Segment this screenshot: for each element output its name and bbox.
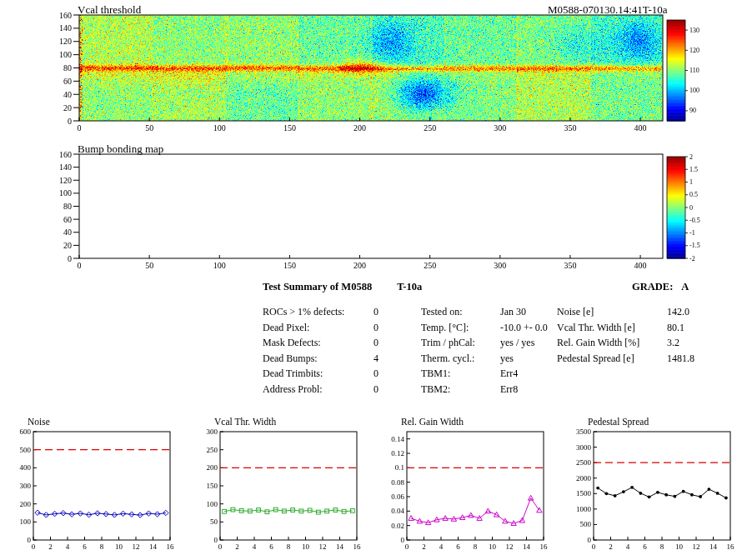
svg-text:1000: 1000	[576, 505, 592, 513]
summary-row-value: yes / yes	[500, 337, 534, 348]
summary-row-label: Noise [e]	[557, 304, 667, 320]
summary-title: Test Summary of M0588	[263, 281, 372, 292]
summary-row: Address Probl:0	[263, 382, 379, 398]
svg-text:500: 500	[20, 446, 32, 454]
vcal-thr-width-plot-title: Vcal Thr. Width	[214, 417, 276, 427]
svg-text:600: 600	[20, 428, 32, 436]
svg-text:4: 4	[253, 542, 257, 551]
svg-text:16: 16	[540, 542, 549, 551]
svg-text:0.06: 0.06	[391, 492, 404, 501]
svg-text:2: 2	[48, 542, 53, 551]
svg-text:300: 300	[494, 123, 506, 132]
svg-text:20: 20	[63, 241, 72, 250]
svg-text:12: 12	[506, 542, 514, 551]
summary-row-label: Dead Trimbits:	[263, 366, 374, 382]
svg-text:60: 60	[63, 77, 72, 86]
svg-text:200: 200	[353, 261, 366, 270]
vcal-map-title: Vcal threshold	[78, 3, 141, 17]
svg-text:1.5: 1.5	[689, 166, 698, 173]
svg-text:100: 100	[59, 188, 72, 198]
svg-text:0: 0	[78, 123, 82, 132]
svg-text:0: 0	[32, 542, 36, 551]
summary-row-label: Tested on:	[421, 304, 500, 320]
summary-heading: Test Summary of M0588T-10a	[263, 281, 422, 293]
svg-text:250: 250	[424, 261, 436, 270]
svg-text:6: 6	[643, 542, 647, 551]
svg-text:8: 8	[474, 542, 478, 551]
summary-results-column: Noise [e]142.0Vcal Thr. Width [e]80.1Rel…	[557, 304, 694, 366]
svg-text:14: 14	[709, 542, 718, 551]
svg-text:4: 4	[66, 542, 70, 551]
svg-text:0: 0	[689, 204, 693, 212]
svg-text:0.08: 0.08	[391, 478, 404, 487]
summary-row: Tested on:Jan 30	[421, 304, 548, 320]
svg-text:50: 50	[145, 261, 153, 270]
grade-heading: GRADE:A	[632, 281, 689, 293]
summary-row-label: Rel. Gain Width [%]	[557, 335, 667, 351]
svg-text:16: 16	[167, 542, 175, 551]
summary-row-label: Dead Pixel:	[263, 320, 374, 336]
svg-text:0: 0	[405, 542, 409, 551]
summary-row-value: 142.0	[667, 306, 689, 318]
svg-text:40: 40	[63, 228, 72, 237]
svg-text:150: 150	[283, 261, 296, 270]
svg-text:10: 10	[489, 542, 497, 551]
summary-row: Dead Pixel:0	[263, 320, 379, 336]
svg-text:0: 0	[28, 536, 32, 544]
svg-text:10: 10	[115, 542, 123, 551]
svg-text:250: 250	[424, 123, 436, 132]
svg-text:350: 350	[564, 123, 576, 132]
summary-row-label: Vcal Thr. Width [e]	[557, 320, 667, 336]
svg-text:100: 100	[20, 518, 32, 526]
svg-text:6: 6	[456, 542, 460, 551]
summary-row: Rel. Gain Width [%]3.2	[557, 335, 694, 351]
svg-text:12: 12	[693, 542, 700, 551]
svg-text:130: 130	[689, 27, 699, 34]
summary-row-value: yes	[500, 352, 514, 364]
svg-text:140: 140	[59, 162, 72, 172]
svg-text:4: 4	[439, 542, 444, 551]
summary-row-value: 80.1	[667, 322, 684, 333]
svg-text:150: 150	[207, 482, 218, 490]
svg-text:80: 80	[63, 202, 72, 211]
svg-text:0: 0	[78, 261, 82, 270]
svg-text:2: 2	[609, 542, 613, 551]
summary-conditions-column: Tested on:Jan 30Temp. [°C]:-10.0 +- 0.0T…	[421, 304, 548, 398]
svg-text:8: 8	[100, 542, 104, 551]
svg-text:100: 100	[213, 261, 226, 270]
svg-text:16: 16	[353, 542, 362, 551]
summary-row-value: 0	[374, 322, 379, 333]
summary-row-value: 4	[374, 352, 379, 364]
svg-text:50: 50	[210, 518, 218, 526]
svg-text:0.02: 0.02	[391, 522, 404, 530]
summary-row: Mask Defects:0	[263, 335, 379, 351]
summary-row-label: Pedestal Spread [e]	[557, 351, 667, 367]
svg-text:1500: 1500	[576, 489, 592, 498]
svg-text:3500: 3500	[576, 428, 592, 436]
summary-row-label: Dead Bumps:	[263, 351, 374, 367]
svg-text:14: 14	[336, 542, 344, 551]
grade-value: A	[681, 281, 689, 292]
svg-text:10: 10	[675, 542, 684, 551]
svg-text:2: 2	[689, 153, 693, 161]
svg-text:-1.5: -1.5	[689, 242, 700, 249]
svg-text:160: 160	[59, 11, 72, 20]
summary-row-value: 0	[374, 306, 379, 318]
svg-text:200: 200	[353, 123, 366, 132]
svg-text:2: 2	[422, 542, 426, 551]
noise-plot-title: Noise	[28, 417, 50, 427]
summary-row-value: 0	[374, 383, 379, 395]
summary-row-label: TBM1:	[421, 366, 500, 382]
summary-row: Pedestal Spread [e]1481.8	[557, 351, 694, 367]
summary-subtitle: T-10a	[397, 281, 422, 292]
svg-text:0: 0	[68, 254, 72, 263]
svg-text:300: 300	[494, 261, 506, 270]
summary-row: Dead Trimbits:0	[263, 366, 379, 382]
svg-text:0: 0	[214, 536, 218, 544]
summary-row-value: Jan 30	[500, 306, 526, 318]
svg-text:0.14: 0.14	[391, 435, 404, 443]
summary-row: Trim / phCal:yes / yes	[421, 335, 548, 351]
svg-text:0: 0	[401, 536, 405, 544]
svg-text:12: 12	[133, 542, 140, 551]
svg-text:110: 110	[689, 67, 699, 74]
